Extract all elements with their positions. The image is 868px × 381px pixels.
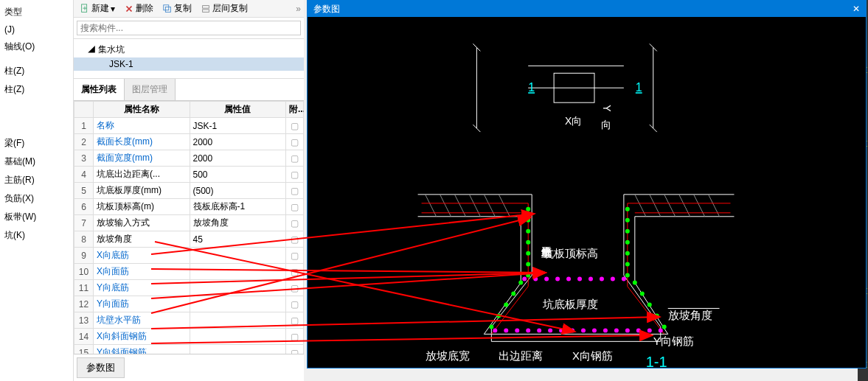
lock-cell[interactable]: ▢	[286, 150, 304, 167]
prop-value[interactable]: 500	[190, 167, 286, 183]
nav-item[interactable]: 坑(K)	[0, 226, 73, 245]
row-num: 15	[74, 345, 94, 354]
nav-item[interactable]: 柱(Z)	[0, 80, 73, 99]
prop-value[interactable]	[190, 264, 286, 280]
nav-item[interactable]: 类型	[0, 3, 73, 21]
lock-cell[interactable]: ▢	[286, 248, 304, 264]
nav-item[interactable]: (J)	[0, 21, 73, 38]
table-row[interactable]: 9 X向底筋 ▢	[74, 248, 304, 264]
delete-button[interactable]: 删除	[121, 2, 156, 15]
prop-value[interactable]	[190, 248, 286, 264]
svg-point-51	[647, 303, 652, 307]
svg-point-61	[570, 329, 574, 333]
new-button[interactable]: 新建▾	[77, 2, 118, 15]
table-row[interactable]: 14 X向斜面钢筋 ▢	[74, 329, 304, 345]
row-num: 6	[74, 199, 94, 215]
prop-value[interactable]	[190, 296, 286, 312]
table-row[interactable]: 11 Y向底筋 ▢	[74, 280, 304, 296]
lock-cell[interactable]: ▢	[286, 199, 304, 215]
tab-attributes[interactable]: 属性列表	[74, 79, 125, 100]
table-row[interactable]: 2 截面长度(mm) 2000 ▢	[74, 134, 304, 150]
prop-name: 截面宽度(mm)	[94, 150, 190, 167]
table-row[interactable]: 12 Y向面筋 ▢	[74, 296, 304, 312]
nav-item[interactable]: 柱(Z)	[0, 62, 73, 80]
table-row[interactable]: 1 名称 JSK-1 ▢	[74, 118, 304, 134]
search-input[interactable]	[77, 21, 301, 35]
param-diagram-button[interactable]: 参数图	[77, 357, 125, 378]
lock-cell[interactable]: ▢	[286, 345, 304, 354]
dialog-titlebar[interactable]: 参数图 ✕	[308, 1, 866, 17]
prop-value[interactable]	[190, 329, 286, 345]
table-row[interactable]: 5 坑底板厚度(mm) (500) ▢	[74, 183, 304, 199]
table-row[interactable]: 15 Y向斜面钢筋 ▢	[74, 345, 304, 354]
nav-item[interactable]	[0, 111, 73, 116]
nav-item[interactable]: 板带(W)	[0, 208, 73, 226]
prop-value[interactable]: 放坡角度	[190, 215, 286, 231]
tree-root-label: 集水坑	[98, 44, 125, 55]
lock-cell[interactable]: ▢	[286, 264, 304, 280]
table-row[interactable]: 7 放坡输入方式 放坡角度 ▢	[74, 215, 304, 231]
lock-cell[interactable]: ▢	[286, 280, 304, 296]
prop-value[interactable]: (500)	[190, 183, 286, 199]
table-row[interactable]: 13 坑壁水平筋 ▢	[74, 312, 304, 329]
dialog-body: 1 1 X向 Y向	[308, 17, 866, 368]
nav-item[interactable]	[0, 116, 73, 122]
svg-rect-4	[203, 9, 209, 12]
table-row[interactable]: 4 坑底出边距离(... 500 ▢	[74, 167, 304, 183]
nav-item[interactable]: 梁(F)	[0, 134, 73, 153]
prop-value[interactable]	[190, 345, 286, 354]
lock-cell[interactable]: ▢	[286, 296, 304, 312]
lock-cell[interactable]: ▢	[286, 167, 304, 183]
tab-layers[interactable]: 图层管理	[125, 79, 176, 100]
property-tabs: 属性列表 图层管理	[74, 79, 304, 101]
prop-value[interactable]	[190, 312, 286, 329]
prop-value[interactable]: 2000	[190, 134, 286, 150]
nav-item[interactable]: 主筋(R)	[0, 171, 73, 189]
prop-value[interactable]: 筏板底标高-1	[190, 199, 286, 215]
prop-name: Y向面筋	[94, 296, 190, 312]
table-row[interactable]: 8 放坡角度 45 ▢	[74, 231, 304, 248]
lock-cell[interactable]: ▢	[286, 231, 304, 248]
param-diagram-dialog: 参数图 ✕ 1 1 X向 Y向	[307, 0, 867, 368]
table-row[interactable]: 3 截面宽度(mm) 2000 ▢	[74, 150, 304, 167]
property-grid[interactable]: 属性名称 属性值 附... 1 名称 JSK-1 ▢2 截面长度(mm) 200…	[74, 101, 304, 354]
table-row[interactable]: 6 坑板顶标高(m) 筏板底标高-1 ▢	[74, 199, 304, 215]
tree-item-jsk1[interactable]: JSK-1	[74, 57, 304, 71]
lock-cell[interactable]: ▢	[286, 183, 304, 199]
tree-root[interactable]: ◢ 集水坑	[74, 42, 304, 57]
lock-cell[interactable]: ▢	[286, 118, 304, 134]
prop-name: 放坡输入方式	[94, 215, 190, 231]
nav-item[interactable]: 基础(M)	[0, 153, 73, 171]
nav-item[interactable]	[0, 99, 73, 105]
nav-item[interactable]	[0, 128, 73, 134]
prop-value[interactable]: JSK-1	[190, 118, 286, 134]
svg-point-36	[526, 273, 530, 278]
prop-name: 放坡角度	[94, 231, 190, 248]
copy-button[interactable]: 复制	[159, 2, 195, 15]
close-icon[interactable]: ✕	[853, 4, 860, 14]
diagram-svg: 1 1 X向 Y向	[308, 17, 866, 368]
nav-item[interactable]	[0, 56, 73, 62]
toolbar-overflow[interactable]: »	[296, 4, 301, 14]
svg-point-55	[504, 329, 508, 333]
prop-value[interactable]: 2000	[190, 150, 286, 167]
prop-value[interactable]: 45	[190, 231, 286, 248]
svg-point-72	[544, 277, 549, 282]
svg-point-50	[640, 292, 645, 296]
nav-item[interactable]	[0, 122, 73, 128]
lock-cell[interactable]: ▢	[286, 134, 304, 150]
nav-item[interactable]: 轴线(O)	[0, 38, 73, 56]
svg-point-54	[493, 329, 497, 333]
nav-item[interactable]	[0, 105, 73, 111]
layercopy-button[interactable]: 层间复制	[198, 2, 251, 15]
lock-cell[interactable]: ▢	[286, 215, 304, 231]
lock-cell[interactable]: ▢	[286, 329, 304, 345]
row-num: 13	[74, 312, 94, 329]
lock-cell[interactable]: ▢	[286, 312, 304, 329]
table-row[interactable]: 10 X向面筋 ▢	[74, 264, 304, 280]
svg-line-17	[469, 195, 480, 217]
prop-value[interactable]	[190, 280, 286, 296]
nav-item[interactable]: 负筋(X)	[0, 189, 73, 208]
svg-point-74	[566, 277, 571, 282]
svg-text:X向钢筋: X向钢筋	[572, 350, 613, 363]
